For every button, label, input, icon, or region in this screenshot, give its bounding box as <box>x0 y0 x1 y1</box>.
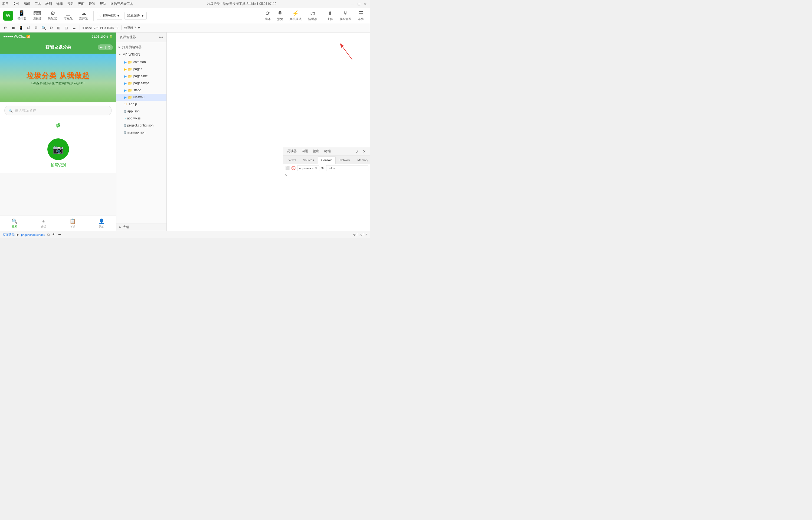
compile-selector[interactable]: 普通编译 ▼ <box>124 11 147 20</box>
menu-view[interactable]: 视图 <box>67 2 74 6</box>
debugger-tab-terminal[interactable]: 终端 <box>323 147 332 155</box>
file-panel-more-btn[interactable]: ••• <box>159 35 163 40</box>
grid-btn[interactable]: ⊞ <box>56 25 62 31</box>
search-btn[interactable]: 🔍 <box>40 25 47 31</box>
or-text: 或 <box>56 123 60 128</box>
stop-btn[interactable]: ⏺ <box>10 25 16 31</box>
mode-selector[interactable]: 小程序模式 ▼ <box>97 11 122 20</box>
opened-editors-section[interactable]: ▶ 打开的编辑器 <box>116 43 166 51</box>
console-filter-input[interactable] <box>326 165 368 171</box>
more-status-icon[interactable]: ••• <box>58 233 61 237</box>
devtab-sources[interactable]: Sources <box>300 156 317 164</box>
close-button[interactable]: ✕ <box>363 2 368 6</box>
rotate-btn[interactable]: ⏎ <box>25 25 31 31</box>
menu-wechat-devtools[interactable]: 微信开发者工具 <box>110 2 133 6</box>
nav-classify[interactable]: ⊞ 分类 <box>29 218 58 229</box>
file-app-json[interactable]: {} app.json <box>116 108 166 115</box>
debug2-btn[interactable]: ⚙ <box>48 25 54 31</box>
root-folder-label: MP-WEIXIN <box>122 53 140 57</box>
cloud-icon: ☁ <box>81 10 86 16</box>
devtab-network[interactable]: Network <box>336 156 354 164</box>
menu-goto[interactable]: 转到 <box>46 2 52 6</box>
clear-cache-btn[interactable]: 🗂 清缓存 <box>305 9 320 22</box>
copy-btn[interactable]: ⧉ <box>33 25 39 31</box>
devtab-wxml[interactable]: Wxml <box>285 156 299 164</box>
refresh-btn[interactable]: ⟳ <box>3 25 9 31</box>
phone-content: 垃圾分类 从我做起 环境保护/能源再生/节能减排/垃圾回收PPT 🔍 输入垃圾名… <box>0 54 116 215</box>
menu-tools[interactable]: 工具 <box>35 2 41 6</box>
cloud2-btn[interactable]: ☁ <box>71 25 77 31</box>
json-file-icon: {} <box>124 110 126 113</box>
capsule-separator: | <box>105 45 106 49</box>
menu-help[interactable]: 帮助 <box>100 2 106 6</box>
sec-sep-1 <box>80 25 80 30</box>
folder-common[interactable]: ▶ 📁 common <box>116 58 166 66</box>
console-service-selector[interactable]: appservice ▼ <box>297 165 319 171</box>
menu-settings[interactable]: 设置 <box>89 2 95 6</box>
simulator-tool[interactable]: 📱 模拟器 <box>15 9 28 22</box>
editor-tool[interactable]: ⌨ 编辑器 <box>31 9 44 22</box>
visualize-tool[interactable]: ◫ 可视化 <box>61 9 75 22</box>
file-project-config[interactable]: {} project.config.json <box>116 122 166 129</box>
debugger-collapse-btn[interactable]: ∧ <box>355 149 360 154</box>
folder-pages-type[interactable]: ▶ 📁 pages-type <box>116 80 166 87</box>
nav-capsule[interactable]: ••• | ⊙ <box>98 45 113 50</box>
upload-btn[interactable]: ⬆ 上传 <box>324 9 336 22</box>
real-debug-btn[interactable]: ⚡ 真机调试 <box>287 9 304 22</box>
folder-pages-me[interactable]: ▶ 📁 pages-me <box>116 73 166 80</box>
maximize-button[interactable]: □ <box>357 2 361 6</box>
detail-icon: ☰ <box>358 10 363 17</box>
menu-interface[interactable]: 界面 <box>78 2 84 6</box>
file-panel-header: 资源管理器 ••• <box>116 32 166 42</box>
hot-reload-toggle[interactable]: 热重载 关 ▼ <box>124 26 140 30</box>
debugger-tab-debugger[interactable]: 调试器 <box>286 147 298 155</box>
folder-static[interactable]: ▶ 📁 static <box>116 87 166 94</box>
cloud-tool[interactable]: ☁ 云开发 <box>77 9 90 22</box>
nav-exam[interactable]: 📋 考试 <box>58 218 87 229</box>
phone-btn[interactable]: 📱 <box>18 25 24 31</box>
minimize-button[interactable]: ─ <box>350 2 355 6</box>
copy-path-icon[interactable]: ⧉ <box>47 233 50 237</box>
device-selector[interactable]: iPhone 6/7/8 Plus 100% 16 <box>83 26 118 29</box>
preview-btn[interactable]: 👁 预览 <box>275 9 286 22</box>
page-path-label[interactable]: 页面路径 <box>3 233 15 237</box>
file-app-wxss[interactable]: ~ app.wxss <box>116 115 166 122</box>
notification-count[interactable]: 2 <box>365 233 367 236</box>
version-icon: ⑂ <box>344 10 347 17</box>
file-app-js[interactable]: JS app.js <box>116 101 166 108</box>
battery-label: 100% <box>101 35 108 38</box>
error-icon: ⊙ <box>353 233 356 236</box>
banner-main-text: 垃圾分类 从我做起 <box>27 71 90 80</box>
camera-button[interactable]: 📷 <box>47 138 69 160</box>
editor-icon: ⌨ <box>33 10 41 16</box>
title-bar: 项目 文件 编辑 工具 转到 选择 视图 界面 设置 帮助 微信开发者工具 垃圾… <box>0 0 370 8</box>
detail-btn[interactable]: ☰ 详情 <box>355 9 366 22</box>
root-folder[interactable]: ▼ MP-WEIXIN <box>116 51 166 58</box>
console-eye-btn[interactable]: 👁 <box>321 165 325 171</box>
folder-pages[interactable]: ▶ 📁 pages <box>116 66 166 73</box>
console-prompt[interactable]: > <box>285 173 287 177</box>
nav-search[interactable]: 🔍 搜索 <box>0 218 29 229</box>
console-ban-btn[interactable]: 🚫 <box>291 165 296 171</box>
menu-file[interactable]: 文件 <box>13 2 20 6</box>
more-btn2[interactable]: ⊡ <box>63 25 69 31</box>
nav-profile[interactable]: 👤 我的 <box>87 218 116 229</box>
search-box[interactable]: 🔍 输入垃圾名称 <box>4 106 112 115</box>
debugger-tool[interactable]: ⚙ 调试器 <box>46 9 59 22</box>
debugger-close-btn[interactable]: ✕ <box>362 149 367 154</box>
devtab-memory[interactable]: Memory <box>354 156 370 164</box>
menu-project[interactable]: 项目 <box>2 2 9 6</box>
file-sitemap[interactable]: {} sitemap.json <box>116 129 166 136</box>
view-icon[interactable]: 👁 <box>52 233 55 237</box>
debugger-tab-issues[interactable]: 问题 <box>301 147 309 155</box>
debugger-tab-output[interactable]: 输出 <box>312 147 320 155</box>
translate-btn[interactable]: ⟳ 编译 <box>262 9 273 22</box>
devtab-console[interactable]: Console <box>318 156 336 164</box>
version-btn[interactable]: ⑂ 版本管理 <box>337 9 354 22</box>
file-panel-footer[interactable]: ▶ 大纲 <box>116 223 166 231</box>
console-inspect-btn[interactable]: ⬜ <box>285 165 289 171</box>
menu-select[interactable]: 选择 <box>56 2 63 6</box>
folder-uview-ui[interactable]: ▶ 📁 uview-ui <box>116 94 166 101</box>
page-path-value[interactable]: pages/index/index <box>21 233 45 236</box>
menu-edit[interactable]: 编辑 <box>24 2 30 6</box>
